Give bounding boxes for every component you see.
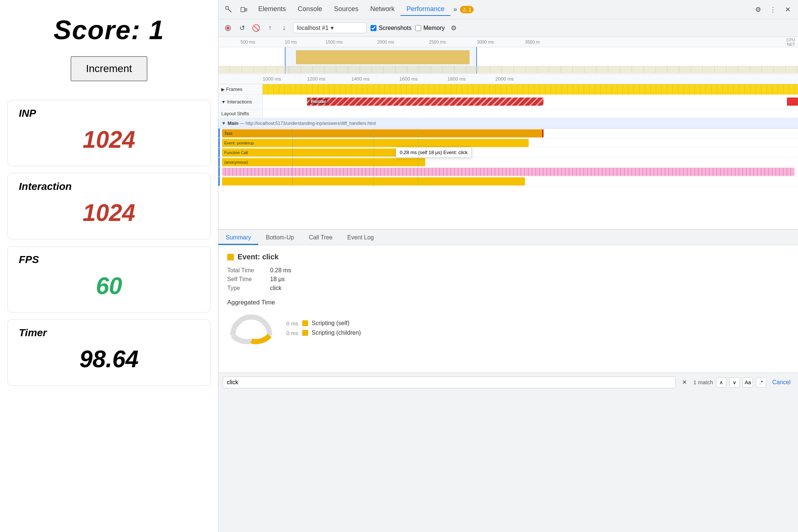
increment-button[interactable]: Increment <box>71 56 148 81</box>
more-options-btn[interactable]: ⋮ <box>767 4 779 16</box>
pointer-bar[interactable]: Pointer <box>307 98 543 106</box>
interactions-label-text: Interactions <box>227 99 252 105</box>
main-thread-label: Main <box>228 120 239 126</box>
scripting-children-color <box>302 330 308 336</box>
perf-toolbar: ↺ 🚫 ↑ ↓ localhost #1 ▾ Screenshots Memor… <box>218 19 798 37</box>
task-row: Task <box>218 129 798 138</box>
reload-btn[interactable]: ↺ <box>237 23 247 33</box>
interaction-card: Interaction 1024 <box>7 173 211 239</box>
frames-track: ▶ Frames <box>218 84 798 95</box>
url-text: localhost #1 <box>297 25 328 31</box>
pointerup-bar[interactable]: Event: pointerup <box>222 139 529 147</box>
screenshots-checkbox[interactable] <box>371 25 376 31</box>
warning-count: 1 <box>468 7 471 13</box>
anonymous-bar[interactable]: (anonymous) <box>222 158 425 166</box>
tab-bottom-up[interactable]: Bottom-Up <box>258 231 301 245</box>
ruler-2500ms: 2500 ms <box>429 40 446 45</box>
interactions-content: Pointer <box>263 95 798 109</box>
event-click-header: Event: click <box>227 253 789 261</box>
scripting-children-value: 0 ms <box>286 330 299 336</box>
tab-summary[interactable]: Summary <box>218 231 258 245</box>
screenshots-strip <box>218 66 798 73</box>
ruler-500ms: 500 ms <box>241 40 255 45</box>
regex-btn[interactable]: .* <box>756 377 766 388</box>
search-cancel-btn[interactable]: Cancel <box>769 378 794 387</box>
pink-bar <box>222 168 794 176</box>
total-time-key: Total Time <box>227 267 264 274</box>
memory-checkbox[interactable] <box>415 25 421 31</box>
main-thread-header: ▼ Main — http://localhost:5173/understan… <box>218 118 798 129</box>
upload-btn[interactable]: ↑ <box>265 23 275 33</box>
interactions-expand-arrow[interactable]: ▼ <box>221 99 226 105</box>
tick-1200ms: 1200 ms <box>307 76 325 82</box>
timeline-ruler: 1000 ms 1200 ms 1400 ms 1600 ms 1800 ms … <box>218 74 798 84</box>
interaction-value: 1024 <box>19 195 199 230</box>
perf-settings-btn[interactable]: ⚙ <box>449 23 459 33</box>
search-next-btn[interactable]: ∨ <box>729 377 740 388</box>
frames-expand-arrow[interactable]: ▶ <box>221 87 225 92</box>
event-click-title: Event: click <box>238 253 279 261</box>
match-case-btn[interactable]: Aa <box>743 377 753 388</box>
collapse-arrow[interactable]: ▼ <box>221 120 226 126</box>
url-dropdown-icon[interactable]: ▾ <box>331 24 334 31</box>
tab-console[interactable]: Console <box>292 3 328 16</box>
legend-scripting-self: 0 ms Scripting (self) <box>286 320 361 327</box>
tab-performance[interactable]: Performance <box>400 3 450 16</box>
timeline-overview[interactable]: 500 ms 10 ms 1500 ms 2000 ms 2500 ms 300… <box>218 37 798 74</box>
search-clear-btn[interactable]: ✕ <box>679 376 690 388</box>
anonymous-label: (anonymous) <box>224 160 248 164</box>
task-label: Task <box>224 131 233 136</box>
devtools-toolbar: Elements Console Sources Network Perform… <box>218 0 798 19</box>
svg-rect-0 <box>226 7 228 9</box>
inp-label: INP <box>19 108 199 119</box>
tick-1400ms: 1400 ms <box>351 76 370 82</box>
marker-1 <box>292 129 293 186</box>
self-time-row: Self Time 18 μs <box>227 276 789 283</box>
tick-2000ms: 2000 ms <box>495 76 514 82</box>
device-toggle-btn[interactable] <box>238 4 249 16</box>
inspect-element-btn[interactable] <box>223 4 235 16</box>
task-bar[interactable]: Task <box>222 129 543 137</box>
scripting-self-color <box>302 320 308 326</box>
self-time-key: Self Time <box>227 276 264 283</box>
pointerup-label: Event: pointerup <box>224 141 254 145</box>
bottom-panel: Summary Bottom-Up Call Tree Event Log Ev… <box>218 229 798 392</box>
timeline-main[interactable]: 1000 ms 1200 ms 1400 ms 1600 ms 1800 ms … <box>218 74 798 229</box>
frames-label-text: Frames <box>226 86 242 92</box>
settings-gear-btn[interactable]: ⚙ <box>752 4 764 16</box>
ruler-2000ms: 2000 ms <box>377 40 394 45</box>
close-devtools-btn[interactable]: ✕ <box>782 4 794 16</box>
tab-call-tree[interactable]: Call Tree <box>301 231 340 245</box>
legend-scripting-children: 0 ms Scripting (children) <box>286 330 361 336</box>
cpu-label: CPU <box>787 38 795 42</box>
type-key: Type <box>227 285 264 291</box>
screenshots-check: Screenshots <box>371 25 412 31</box>
more-tabs-btn[interactable]: » <box>450 3 460 16</box>
svg-rect-3 <box>245 8 247 11</box>
bottom-content: Event: click Total Time 0.28 ms Self Tim… <box>218 245 798 372</box>
search-prev-btn[interactable]: ∧ <box>716 377 726 388</box>
clear-btn[interactable]: 🚫 <box>251 23 261 33</box>
tick-1800ms: 1800 ms <box>447 76 466 82</box>
aggregated-title: Aggregated Time <box>227 299 789 306</box>
tab-elements[interactable]: Elements <box>252 3 292 16</box>
interactions-label: ▼ Interactions <box>218 95 263 109</box>
function-call-tooltip: 0.28 ms (self 18 μs) Event: click <box>396 147 472 158</box>
donut-container: 0 ms Scripting (self) 0 ms Scripting (ch… <box>227 311 789 345</box>
tab-event-log[interactable]: Event Log <box>340 231 381 245</box>
devtools-tabs: Elements Console Sources Network Perform… <box>252 3 749 16</box>
interaction-label: Interaction <box>19 181 199 192</box>
timeline-tracks[interactable]: ▶ Frames ▼ Interactions Pointer <box>218 84 798 229</box>
inp-value: 1024 <box>19 122 199 157</box>
screenshots-label: Screenshots <box>379 25 412 31</box>
search-bar: ✕ 1 match ∧ ∨ Aa .* Cancel <box>218 372 798 392</box>
download-btn[interactable]: ↓ <box>279 23 289 33</box>
record-btn[interactable] <box>223 23 233 33</box>
aggregated-section: Aggregated Time 0 ms <box>227 299 789 345</box>
search-input[interactable] <box>223 376 676 388</box>
timer-value: 98.64 <box>19 342 199 376</box>
tick-1000ms: 1000 ms <box>263 76 281 82</box>
tab-sources[interactable]: Sources <box>328 3 364 16</box>
tab-network[interactable]: Network <box>364 3 400 16</box>
type-row: Type click <box>227 285 789 291</box>
